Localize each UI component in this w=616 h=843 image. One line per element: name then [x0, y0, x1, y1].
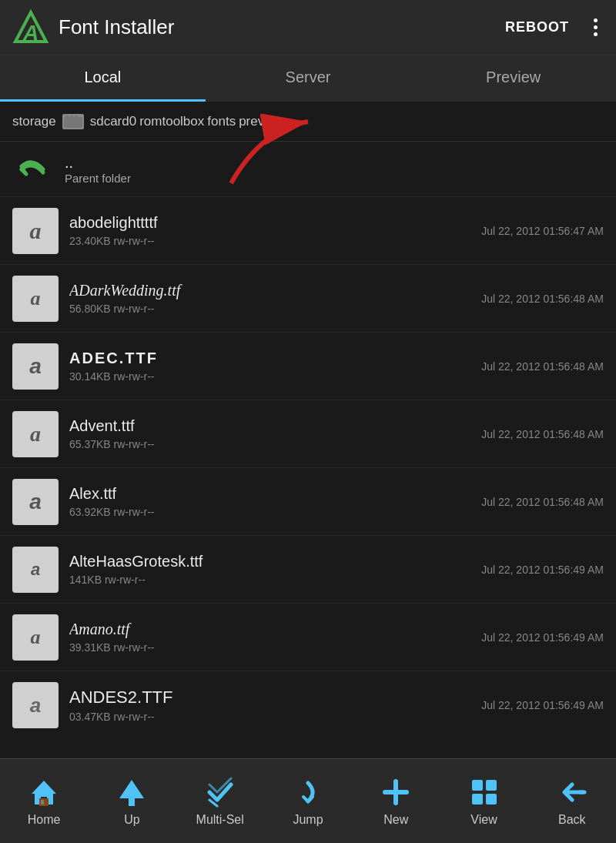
- nav-back-label: Back: [558, 813, 586, 827]
- nav-new[interactable]: New: [352, 770, 440, 833]
- view-icon: [468, 776, 500, 808]
- file-date-8: Jul 22, 2012 01:56:49 AM: [481, 699, 604, 711]
- file-thumb-4: a: [12, 411, 59, 457]
- file-thumb-6: a: [12, 547, 59, 593]
- file-meta-2: 56.80KB rw-rw-r--: [69, 303, 470, 315]
- file-info-2: ADarkWedding.ttf 56.80KB rw-rw-r--: [69, 282, 470, 315]
- parent-dots: ..: [65, 154, 131, 172]
- file-info-1: abodelighttttf 23.40KB rw-rw-r--: [69, 214, 470, 247]
- nav-view-label: View: [470, 813, 497, 827]
- file-row[interactable]: a Amano.ttf 39.31KB rw-rw-r-- Jul 22, 20…: [0, 604, 616, 671]
- file-row[interactable]: a Advent.ttf 65.37KB rw-rw-r-- Jul 22, 2…: [0, 400, 616, 468]
- app-icon: A: [12, 9, 49, 46]
- svg-text:A: A: [22, 21, 38, 45]
- breadcrumb-storage[interactable]: storage: [12, 114, 56, 129]
- file-thumb-7: a: [12, 614, 59, 661]
- more-dot-1: [594, 18, 598, 22]
- file-info-6: AlteHaasGrotesk.ttf 141KB rw-rw-r--: [69, 553, 470, 586]
- svg-rect-16: [472, 794, 483, 805]
- svg-rect-14: [472, 780, 483, 791]
- breadcrumb-previews[interactable]: previews: [239, 114, 290, 129]
- parent-folder-row[interactable]: .. Parent folder: [0, 142, 616, 197]
- nav-new-label: New: [383, 813, 408, 827]
- app-title: Font Installer: [59, 15, 493, 39]
- tab-bar: Local Server Preview: [0, 55, 616, 102]
- file-date-7: Jul 22, 2012 01:56:49 AM: [481, 631, 604, 644]
- more-dot-3: [594, 32, 598, 36]
- svg-marker-11: [119, 780, 144, 806]
- file-name-5: Alex.ttf: [69, 485, 470, 503]
- reboot-button[interactable]: REBOOT: [493, 13, 581, 42]
- back-arrow-icon: [12, 149, 52, 189]
- file-date-1: Jul 22, 2012 01:56:47 AM: [481, 225, 604, 237]
- bottom-nav: Home Up Multi-Sel Jump: [0, 758, 616, 843]
- file-date-3: Jul 22, 2012 01:56:48 AM: [481, 360, 604, 373]
- file-row[interactable]: a AlteHaasGrotesk.ttf 141KB rw-rw-r-- Ju…: [0, 536, 616, 604]
- file-thumb-8: a: [12, 682, 59, 728]
- file-date-4: Jul 22, 2012 01:56:48 AM: [481, 428, 604, 440]
- file-thumb-3: a: [12, 343, 59, 390]
- tab-preview[interactable]: Preview: [410, 55, 616, 102]
- file-row[interactable]: a ADarkWedding.ttf 56.80KB rw-rw-r-- Jul…: [0, 265, 616, 333]
- svg-rect-5: [70, 115, 73, 120]
- file-info-8: ANDES2.TTF 03.47KB rw-rw-r--: [69, 687, 470, 723]
- nav-back[interactable]: Back: [528, 770, 616, 833]
- file-thumb-2: a: [12, 276, 59, 322]
- file-thumb-1: a: [12, 208, 59, 254]
- svg-rect-15: [486, 780, 497, 791]
- file-list: .. Parent folder a abodelighttttf 23.40K…: [0, 142, 616, 739]
- file-info-7: Amano.ttf 39.31KB rw-rw-r--: [69, 621, 470, 654]
- file-info-4: Advent.ttf 65.37KB rw-rw-r--: [69, 417, 470, 450]
- tab-local[interactable]: Local: [0, 55, 206, 102]
- nav-home[interactable]: Home: [0, 770, 88, 833]
- file-meta-4: 65.37KB rw-rw-r--: [69, 438, 470, 450]
- file-meta-8: 03.47KB rw-rw-r--: [69, 711, 470, 723]
- nav-home-label: Home: [28, 813, 61, 827]
- nav-jump[interactable]: Jump: [264, 770, 352, 833]
- file-date-6: Jul 22, 2012 01:56:49 AM: [481, 564, 604, 576]
- file-meta-5: 63.92KB rw-rw-r--: [69, 506, 470, 518]
- svg-rect-10: [41, 800, 44, 805]
- breadcrumb-fonts[interactable]: fonts: [207, 114, 236, 129]
- parent-folder-info: .. Parent folder: [65, 154, 131, 185]
- svg-rect-6: [75, 115, 78, 120]
- file-row[interactable]: a ADEC.TTF 30.14KB rw-rw-r-- Jul 22, 201…: [0, 333, 616, 400]
- file-thumb-5: a: [12, 479, 59, 525]
- more-dot-2: [594, 25, 598, 29]
- breadcrumb: storage sdcard0 romtoolbox fonts preview…: [0, 102, 616, 142]
- svg-rect-17: [486, 794, 497, 805]
- nav-up[interactable]: Up: [88, 770, 176, 833]
- file-name-3: ADEC.TTF: [69, 350, 470, 367]
- nav-jump-label: Jump: [293, 813, 323, 827]
- file-name-8: ANDES2.TTF: [69, 687, 470, 708]
- file-date-5: Jul 22, 2012 01:56:48 AM: [481, 496, 604, 508]
- back-icon: [556, 776, 588, 808]
- nav-up-label: Up: [124, 813, 139, 827]
- file-name-7: Amano.ttf: [69, 621, 470, 638]
- file-row[interactable]: a Alex.ttf 63.92KB rw-rw-r-- Jul 22, 201…: [0, 468, 616, 536]
- file-info-5: Alex.ttf 63.92KB rw-rw-r--: [69, 485, 470, 518]
- tab-server[interactable]: Server: [206, 55, 411, 102]
- file-info-3: ADEC.TTF 30.14KB rw-rw-r--: [69, 350, 470, 383]
- breadcrumb-romtoolbox[interactable]: romtoolbox: [139, 114, 204, 129]
- more-menu-button[interactable]: [581, 12, 604, 42]
- multi-sel-icon: [204, 776, 236, 808]
- sdcard-icon: [62, 114, 84, 129]
- file-meta-1: 23.40KB rw-rw-r--: [69, 235, 470, 247]
- file-date-2: Jul 22, 2012 01:56:48 AM: [481, 293, 604, 305]
- file-meta-6: 141KB rw-rw-r--: [69, 574, 470, 586]
- breadcrumb-sdcard[interactable]: sdcard0: [90, 114, 136, 129]
- nav-multi-sel[interactable]: Multi-Sel: [176, 770, 264, 833]
- file-row[interactable]: a ANDES2.TTF 03.47KB rw-rw-r-- Jul 22, 2…: [0, 671, 616, 739]
- svg-rect-4: [65, 115, 69, 120]
- parent-label: Parent folder: [65, 172, 131, 185]
- home-icon: [28, 776, 60, 808]
- file-meta-3: 30.14KB rw-rw-r--: [69, 370, 470, 383]
- jump-icon: [292, 776, 324, 808]
- file-name-6: AlteHaasGrotesk.ttf: [69, 553, 470, 570]
- up-icon: [116, 776, 148, 808]
- file-row[interactable]: a abodelighttttf 23.40KB rw-rw-r-- Jul 2…: [0, 197, 616, 265]
- new-icon: [380, 776, 412, 808]
- top-bar: A Font Installer REBOOT: [0, 0, 616, 55]
- nav-view[interactable]: View: [440, 770, 527, 833]
